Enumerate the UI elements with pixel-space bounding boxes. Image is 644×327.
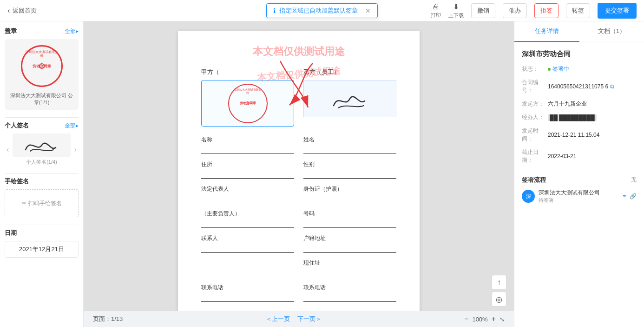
field-hukou-input bbox=[303, 243, 396, 253]
flow-actions: ✒ 🔗 bbox=[623, 193, 637, 200]
stamp-card: 深圳法大大测试有限公司 劳动合同章 深圳法大大测试有限公司 公章(1/1) bbox=[5, 39, 79, 110]
field-row-mainperson: （主要负责人） 号码 bbox=[201, 210, 396, 228]
field-gender: 性别 bbox=[303, 160, 396, 179]
flow-link-icon-1[interactable]: ✒ bbox=[623, 193, 627, 200]
zoom-fit-icon[interactable]: ⤡ bbox=[499, 316, 505, 323]
stamp-label: 深圳法大大测试有限公司 公章(1/1) bbox=[8, 92, 75, 106]
sender-label: 发起方： bbox=[522, 100, 544, 108]
back-button[interactable]: ‹ 返回首页 bbox=[7, 7, 37, 15]
hand-sig-section: 手绘签名 ✏ 扫码手绘签名 bbox=[5, 177, 79, 217]
field-hukou: 户籍地址 bbox=[303, 234, 396, 253]
revoke-button[interactable]: 撤销 bbox=[471, 3, 495, 18]
back-icon: ‹ bbox=[7, 7, 10, 15]
signature-svg bbox=[21, 133, 63, 157]
stamp-top-text: 深圳法大大测试有限公司 bbox=[26, 50, 58, 58]
toast-banner-container: ℹ 指定区域已自动加盖默认签章 ✕ bbox=[266, 3, 378, 18]
contract-title: 深圳市劳动合同 bbox=[522, 50, 637, 59]
field-row-legalrep: 法定代表人 身份证（护照） bbox=[201, 185, 396, 203]
page-info: 页面：1/13 bbox=[93, 315, 123, 323]
flow-title: 签署流程 无 bbox=[522, 176, 637, 184]
date-section: 日期 2021年12月21日 bbox=[5, 229, 79, 258]
status-label: 状态： bbox=[522, 65, 544, 73]
right-tabs: 任务详情 文档（1） bbox=[514, 21, 644, 42]
reject-button[interactable]: 拒签 bbox=[534, 3, 559, 18]
hand-sig-title: 手绘签名 bbox=[5, 177, 29, 186]
scroll-reset-button[interactable]: ◎ bbox=[492, 292, 506, 307]
tab-task-details[interactable]: 任务详情 bbox=[514, 21, 579, 42]
field-row-contact: 联系人 户籍地址 bbox=[201, 234, 396, 253]
field-currentaddr-label: 现住址 bbox=[303, 260, 320, 266]
info-handler: 经办人： ██ █████████ bbox=[522, 113, 637, 121]
field-idnum: 号码 bbox=[303, 210, 396, 228]
scroll-up-button[interactable]: ↑ bbox=[492, 275, 506, 290]
info-start-time: 发起时间： 2021-12-21 11.15.04 bbox=[522, 127, 637, 143]
info-deadline: 截止日期： 2022-03-21 bbox=[522, 148, 637, 164]
field-name-input bbox=[201, 145, 294, 154]
zoom-out-button[interactable]: − bbox=[464, 315, 468, 323]
right-panel-content: 深圳市劳动合同 状态： 签署中 合同编号： 164005650421311075… bbox=[514, 42, 644, 215]
copy-icon[interactable]: ⧉ bbox=[610, 83, 614, 90]
document-viewer[interactable]: 本文档仅供测试用途 本文档仅供测试用途 bbox=[84, 21, 514, 327]
stamp-all-link[interactable]: 全部▸ bbox=[65, 27, 79, 35]
field-row-name: 名称 姓名 bbox=[201, 136, 396, 154]
stamp-section: 盖章 全部▸ 深圳法大大测试有限公司 劳动合同章 深圳法大大测试有限公司 公章(… bbox=[5, 27, 79, 110]
field-empty-left bbox=[201, 259, 294, 277]
field-gender-input bbox=[303, 169, 396, 179]
signature-carousel: ‹ 个人签名(1/4) › bbox=[5, 133, 79, 166]
field-idnum-input bbox=[303, 219, 396, 228]
download-icon: ⬇ bbox=[453, 2, 459, 11]
personal-sig-section: 个人签名 全部▸ ‹ 个人签名(1/4) › bbox=[5, 121, 79, 166]
field-address-input bbox=[201, 169, 294, 179]
field-gender-label: 性别 bbox=[303, 161, 315, 167]
flow-avatar: 深 bbox=[522, 190, 535, 203]
main-layout: 盖章 全部▸ 深圳法大大测试有限公司 劳动合同章 深圳法大大测试有限公司 公章(… bbox=[0, 21, 644, 327]
field-idnum-label: 号码 bbox=[303, 210, 315, 217]
toolbar-right: 🖨 打印 ⬇ 上下载 撤销 催办 拒签 转签 提交签署 bbox=[431, 2, 637, 19]
field-legalrep-label: 法定代表人 bbox=[201, 186, 229, 192]
stamp-header: 盖章 全部▸ bbox=[5, 27, 79, 35]
divider-3 bbox=[5, 225, 79, 225]
tab-documents[interactable]: 文档（1） bbox=[579, 21, 644, 42]
field-idcard: 身份证（护照） bbox=[303, 185, 396, 203]
zoom-in-button[interactable]: + bbox=[492, 315, 496, 323]
toast-close-icon[interactable]: ✕ bbox=[365, 7, 371, 14]
deadline-label: 截止日期： bbox=[522, 148, 544, 164]
toast-text: 指定区域已自动加盖默认签章 bbox=[279, 7, 358, 15]
field-name: 名称 bbox=[201, 136, 294, 154]
carousel-next-icon[interactable]: › bbox=[72, 144, 79, 156]
next-page-button[interactable]: 下一页＞ bbox=[297, 315, 322, 323]
document-footer: 页面：1/13 ＜上一页 下一页＞ − 100% + ⤡ bbox=[84, 311, 514, 327]
urge-button[interactable]: 催办 bbox=[503, 3, 527, 18]
hand-sig-button[interactable]: ✏ 扫码手绘签名 bbox=[5, 189, 79, 217]
date-title: 日期 bbox=[5, 229, 17, 237]
prev-page-button[interactable]: ＜上一页 bbox=[266, 315, 290, 323]
personal-sig-label: 个人签名(1/4) bbox=[13, 159, 70, 166]
hand-sig-label: 扫码手绘签名 bbox=[28, 200, 62, 207]
flow-item-info: 深圳法大大测试有限公司 待签署 bbox=[539, 189, 619, 204]
deadline-value: 2022-03-21 bbox=[548, 148, 637, 164]
doc-stamp-mid-text: 劳动合同章 bbox=[240, 101, 256, 106]
personal-sig-all-link[interactable]: 全部▸ bbox=[65, 122, 79, 130]
flow-link-icon-2[interactable]: 🔗 bbox=[630, 193, 637, 200]
flow-company-name: 深圳法大大测试有限公司 bbox=[539, 189, 619, 197]
flow-section: 签署流程 无 深 深圳法大大测试有限公司 待签署 ✒ 🔗 bbox=[522, 176, 637, 204]
field-surname: 姓名 bbox=[303, 136, 396, 154]
document-fields: 名称 姓名 住所 性别 bbox=[201, 136, 396, 302]
field-employee-phone-label: 联系电话 bbox=[303, 284, 326, 291]
transfer-button[interactable]: 转签 bbox=[566, 3, 590, 18]
employee-signature-svg bbox=[327, 85, 373, 113]
field-employee-phone-input bbox=[303, 293, 396, 302]
start-time-label: 发起时间： bbox=[522, 127, 544, 143]
print-button[interactable]: 🖨 打印 bbox=[431, 2, 441, 19]
stamp-mid-text: 劳动合同章 bbox=[33, 64, 51, 69]
start-time-value: 2021-12-21 11.15.04 bbox=[548, 127, 637, 143]
field-currentaddr-input bbox=[303, 268, 396, 277]
field-currentaddr: 现住址 bbox=[303, 259, 396, 277]
date-value[interactable]: 2021年12月21日 bbox=[5, 241, 79, 258]
field-contact: 联系人 bbox=[201, 234, 294, 253]
download-button[interactable]: ⬇ 上下载 bbox=[448, 2, 464, 19]
hand-sig-header: 手绘签名 bbox=[5, 177, 79, 186]
submit-button[interactable]: 提交签署 bbox=[598, 3, 637, 19]
carousel-prev-icon[interactable]: ‹ bbox=[5, 144, 11, 156]
contract-num-label: 合同编号： bbox=[522, 79, 544, 94]
